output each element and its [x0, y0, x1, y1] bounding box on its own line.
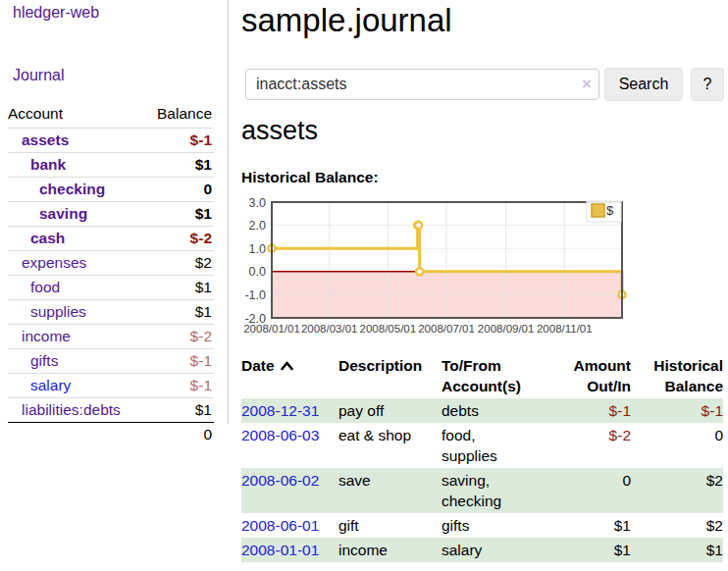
historical-balance-chart: $3.02.01.00.0-1.0-2.02008/01/012008/03/0… — [235, 194, 630, 339]
x-axis-tick-label: 2008/05/01 — [360, 323, 417, 335]
y-axis-tick-label: 0.0 — [249, 265, 266, 279]
account-row: gifts$-1 — [8, 349, 214, 374]
account-balance: 0 — [145, 178, 215, 202]
account-balance: $-2 — [145, 227, 215, 251]
transaction-description: eat & shop — [338, 423, 442, 468]
register-header-accounts: To/From Account(s) — [442, 353, 545, 398]
register-table-body: 2008-12-31pay offdebts$-1$-12008-06-03ea… — [241, 398, 723, 562]
register-header-date[interactable]: Date — [241, 353, 338, 398]
register-row: 2008-06-02savesaving, checking0$2 — [241, 468, 723, 513]
chart-canvas: $3.02.01.00.0-1.0-2.02008/01/012008/03/0… — [235, 194, 630, 339]
y-axis-tick-label: 1.0 — [249, 242, 266, 256]
account-link-supplies[interactable]: supplies — [30, 303, 86, 320]
data-point-marker — [415, 222, 422, 229]
transaction-description: gift — [338, 513, 442, 538]
account-row: assets$-1 — [8, 129, 214, 153]
account-balance: $1 — [145, 398, 215, 423]
account-link-liabilities-debts[interactable]: liabilities:debts — [22, 401, 121, 418]
legend-swatch — [592, 204, 604, 217]
account-row: checking0 — [8, 178, 214, 202]
register-header-amount: Amount Out/In — [545, 353, 631, 398]
transaction-balance: 0 — [631, 423, 723, 468]
transaction-accounts: debts — [442, 398, 545, 423]
transaction-amount: $1 — [545, 513, 631, 538]
accounts-header-account: Account — [8, 102, 145, 129]
account-balance: $1 — [145, 300, 215, 325]
account-row: saving$1 — [8, 202, 214, 227]
transaction-date-link[interactable]: 2008-12-31 — [241, 402, 319, 419]
transaction-accounts: gifts — [442, 513, 545, 538]
account-row: expenses$2 — [8, 251, 214, 276]
page-title: sample.journal — [241, 2, 452, 39]
y-axis-tick-label: 2.0 — [249, 219, 266, 233]
register-row: 2008-06-01giftgifts$1$2 — [241, 513, 723, 538]
search-button[interactable]: Search — [604, 68, 683, 101]
account-balance: $1 — [145, 153, 215, 178]
chart-title: Historical Balance: — [241, 169, 379, 186]
account-balance: $-2 — [145, 325, 215, 349]
accounts-table-body: assets$-1bank$1checking0saving$1cash$-2e… — [8, 129, 214, 447]
transaction-description: pay off — [338, 398, 442, 423]
transaction-accounts: saving, checking — [442, 468, 545, 513]
sort-ascending-icon — [281, 355, 293, 376]
transaction-balance: $2 — [631, 468, 723, 513]
account-link-gifts[interactable]: gifts — [30, 352, 58, 369]
account-link-assets[interactable]: assets — [22, 131, 69, 148]
account-balance: $1 — [145, 202, 215, 227]
search-input[interactable] — [245, 69, 599, 100]
register-row: 2008-01-01incomesalary$1$1 — [241, 538, 723, 562]
sidebar-divider — [228, 0, 229, 424]
account-balance: $-1 — [145, 374, 215, 398]
transaction-balance: $1 — [631, 538, 723, 562]
account-balance: $2 — [145, 251, 215, 276]
transaction-amount: 0 — [545, 468, 631, 513]
account-link-bank[interactable]: bank — [30, 156, 66, 173]
transaction-date-link[interactable]: 2008-06-02 — [241, 472, 319, 489]
account-row: bank$1 — [8, 153, 214, 178]
transaction-date-link[interactable]: 2008-06-01 — [241, 517, 319, 534]
data-point-marker — [416, 268, 423, 275]
transaction-description: income — [338, 538, 442, 562]
search-help-button[interactable]: ? — [691, 68, 724, 101]
account-row: food$1 — [8, 276, 214, 300]
account-row: supplies$1 — [8, 300, 214, 325]
x-axis-tick-label: 2008/03/01 — [301, 323, 358, 335]
account-link-food[interactable]: food — [30, 279, 60, 295]
account-link-checking[interactable]: checking — [39, 181, 105, 197]
transaction-accounts: food, supplies — [442, 423, 545, 468]
register-row: 2008-06-03eat & shopfood, supplies$-20 — [241, 423, 723, 468]
register-header-description: Description — [338, 353, 442, 398]
x-axis-tick-label: 2008/11/01 — [537, 323, 593, 335]
account-link-cash[interactable]: cash — [30, 230, 65, 246]
accounts-total-balance: 0 — [145, 423, 215, 447]
transaction-date-link[interactable]: 2008-01-01 — [241, 542, 319, 558]
transaction-description: save — [338, 468, 442, 513]
y-axis-tick-label: -1.0 — [244, 288, 266, 302]
register-row: 2008-12-31pay offdebts$-1$-1 — [241, 398, 723, 423]
clear-search-icon[interactable]: × — [582, 75, 592, 94]
account-link-expenses[interactable]: expenses — [22, 254, 86, 271]
account-row: income$-2 — [8, 325, 214, 349]
account-link-salary[interactable]: salary — [30, 377, 71, 393]
transaction-amount: $1 — [545, 538, 631, 562]
sidebar-item-journal[interactable]: Journal — [13, 67, 64, 84]
transaction-amount: $-1 — [545, 398, 631, 423]
transaction-date-link[interactable]: 2008-06-03 — [241, 427, 319, 443]
accounts-total-row: 0 — [8, 423, 214, 447]
app-title-link[interactable]: hledger-web — [13, 4, 99, 22]
account-balance: $1 — [145, 276, 215, 300]
account-link-income[interactable]: income — [22, 328, 71, 344]
register-header-balance: Historical Balance — [631, 353, 723, 398]
y-axis-tick-label: 3.0 — [249, 196, 266, 210]
account-balance: $-1 — [145, 349, 215, 374]
register-table: Date Description To/From Account(s) Amou… — [241, 353, 723, 562]
transaction-accounts: salary — [442, 538, 545, 562]
account-link-saving[interactable]: saving — [39, 205, 87, 222]
account-title: assets — [241, 116, 318, 146]
x-axis-tick-label: 2008/09/01 — [478, 323, 535, 335]
x-axis-tick-label: 2008/01/01 — [243, 323, 300, 335]
accounts-tree-table: Account Balance assets$-1bank$1checking0… — [8, 102, 214, 446]
accounts-header-balance: Balance — [145, 102, 215, 129]
transaction-balance: $-1 — [631, 398, 723, 423]
transaction-amount: $-2 — [545, 423, 631, 468]
